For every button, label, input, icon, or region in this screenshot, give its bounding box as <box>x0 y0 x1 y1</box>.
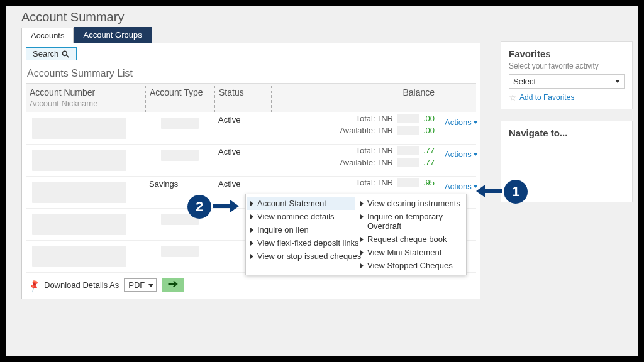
download-format-select[interactable]: PDF <box>124 278 157 292</box>
chevron-down-icon <box>615 80 620 83</box>
tab-account-groups[interactable]: Account Groups <box>74 27 151 43</box>
download-format-value: PDF <box>128 280 145 290</box>
chevron-down-icon <box>148 284 153 287</box>
redacted-account-number <box>32 118 126 139</box>
actions-label: Actions <box>445 118 472 127</box>
amount-suffix: .95 <box>423 178 435 187</box>
actions-label: Actions <box>445 150 472 159</box>
search-button[interactable]: Search <box>26 47 77 60</box>
chevron-down-icon <box>473 153 478 156</box>
amount-suffix: .00 <box>423 114 435 123</box>
table-row: Active Total: INR .77 Available: INR .77… <box>26 145 476 177</box>
menu-item-stopped-cheques[interactable]: View Stopped Cheques <box>357 259 465 272</box>
menu-item-flexi-fixed[interactable]: View flexi-fixed deposit links <box>247 236 355 250</box>
actions-dropdown[interactable]: Actions <box>445 179 472 191</box>
total-label: Total: <box>355 114 375 123</box>
redacted-amount <box>397 178 419 187</box>
redacted-account-number <box>32 182 126 203</box>
tab-accounts[interactable]: Accounts <box>21 28 74 43</box>
redacted-account-number <box>32 150 126 171</box>
download-label: Download Details As <box>44 280 119 290</box>
total-label: Total: <box>355 146 375 155</box>
menu-item-view-nominee[interactable]: View nominee details <box>247 210 355 223</box>
search-label: Search <box>33 49 58 58</box>
list-heading: Accounts Summary List <box>26 65 476 83</box>
redacted-account-number <box>32 214 126 235</box>
amount-suffix: .77 <box>423 158 435 167</box>
col-status: Status <box>214 84 271 112</box>
currency-label: INR <box>379 126 393 135</box>
amount-suffix: .77 <box>423 146 435 155</box>
favorites-card: Favorites Select your favorite activity … <box>501 41 633 109</box>
add-to-favorites-label: Add to Favorites <box>519 93 574 102</box>
available-label: Available: <box>340 158 375 167</box>
actions-dropdown[interactable]: Actions <box>445 115 472 127</box>
menu-item-clearing-instruments[interactable]: View clearing instruments <box>357 197 465 210</box>
favorites-subtitle: Select your favorite activity <box>509 62 625 70</box>
actions-label: Actions <box>445 182 472 191</box>
tab-row: Accounts Account Groups <box>21 27 629 43</box>
star-icon: ☆ <box>509 92 517 102</box>
total-label: Total: <box>355 178 375 187</box>
currency-label: INR <box>379 158 393 167</box>
favorites-select[interactable]: Select <box>509 74 625 89</box>
menu-item-temp-overdraft[interactable]: Inquire on temporary Overdraft <box>357 210 465 233</box>
redacted-account-type <box>161 246 199 257</box>
arrow-right-icon <box>211 199 239 216</box>
redacted-amount <box>397 146 419 155</box>
callout-badge-2: 2 <box>187 195 211 219</box>
amount-suffix: .00 <box>423 126 435 135</box>
menu-item-inquire-lien[interactable]: Inquire on lien <box>247 223 355 236</box>
navigate-title: Navigate to... <box>509 128 625 138</box>
download-go-button[interactable] <box>162 278 184 292</box>
redacted-account-number <box>32 246 126 267</box>
col-balance: Balance <box>271 84 441 112</box>
search-icon <box>61 50 70 58</box>
actions-dropdown[interactable]: Actions <box>445 147 472 159</box>
svg-marker-6 <box>230 200 239 212</box>
callout-badge-1: 1 <box>504 180 528 204</box>
col-account-nickname-label: Account Nickname <box>30 99 142 108</box>
menu-item-mini-statement[interactable]: View Mini Statement <box>357 246 465 259</box>
table-header: Account Number Account Nickname Account … <box>26 83 476 112</box>
currency-label: INR <box>379 146 393 155</box>
svg-marker-4 <box>476 185 485 197</box>
currency-label: INR <box>379 178 393 187</box>
col-actions-header <box>441 84 475 112</box>
table-row: Active Total: INR .00 Available: INR .00… <box>26 112 476 145</box>
status-cell: Active <box>214 112 271 144</box>
col-account-number-label: Account Number <box>30 87 95 97</box>
arrow-right-icon <box>167 280 179 288</box>
svg-line-1 <box>67 55 69 57</box>
add-to-favorites-link[interactable]: ☆ Add to Favorites <box>509 92 625 102</box>
redacted-account-type <box>161 118 199 129</box>
menu-item-request-chequebook[interactable]: Request cheque book <box>357 233 465 246</box>
arrow-left-icon <box>476 184 504 200</box>
actions-menu: Account Statement View nominee details I… <box>245 194 467 275</box>
menu-item-account-statement[interactable]: Account Statement <box>247 197 355 210</box>
redacted-amount <box>397 158 419 167</box>
currency-label: INR <box>379 114 393 123</box>
col-account-type: Account Type <box>145 84 214 112</box>
available-label: Available: <box>340 126 375 135</box>
status-cell: Active <box>214 145 271 176</box>
chevron-down-icon <box>473 121 478 124</box>
redacted-amount <box>397 126 419 135</box>
callout-1: 1 <box>476 180 528 204</box>
redacted-amount <box>397 114 419 123</box>
page-title: Account Summary <box>21 10 629 25</box>
download-bar: 📌 Download Details As PDF <box>26 273 476 292</box>
svg-point-0 <box>63 51 67 55</box>
callout-2: 2 <box>187 195 239 219</box>
menu-item-stop-cheques[interactable]: View or stop issued cheques <box>247 250 355 263</box>
favorites-title: Favorites <box>509 48 625 59</box>
col-account-number: Account Number Account Nickname <box>26 84 145 112</box>
redacted-account-type <box>161 150 199 161</box>
pin-icon: 📌 <box>26 278 41 292</box>
favorites-select-value: Select <box>513 77 536 86</box>
